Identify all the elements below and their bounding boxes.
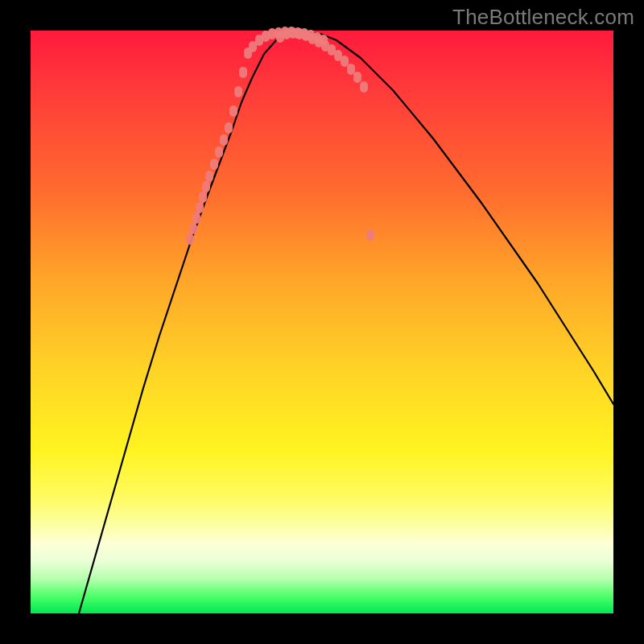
svg-rect-3 (196, 202, 204, 213)
watermark-text: TheBottleneck.com (452, 5, 634, 30)
dot-markers (186, 27, 374, 245)
chart-svg (31, 31, 613, 613)
svg-rect-11 (229, 105, 237, 117)
svg-rect-29 (366, 229, 374, 241)
svg-rect-26 (347, 64, 355, 75)
svg-rect-28 (360, 81, 368, 93)
svg-rect-9 (220, 134, 228, 146)
svg-rect-25 (341, 56, 349, 67)
svg-rect-0 (186, 233, 194, 245)
svg-rect-12 (234, 86, 242, 97)
svg-rect-2 (192, 213, 200, 224)
svg-rect-6 (205, 171, 213, 182)
outer-frame: TheBottleneck.com (0, 0, 644, 644)
svg-rect-7 (210, 159, 218, 170)
svg-rect-10 (225, 122, 233, 134)
svg-rect-1 (189, 223, 197, 234)
svg-rect-13 (239, 67, 247, 78)
plot-area (31, 31, 613, 613)
svg-rect-27 (353, 72, 361, 83)
svg-rect-5 (202, 181, 210, 192)
svg-rect-8 (215, 147, 223, 158)
svg-rect-4 (199, 192, 207, 203)
svg-rect-41 (320, 35, 328, 46)
curve-line (79, 32, 613, 613)
